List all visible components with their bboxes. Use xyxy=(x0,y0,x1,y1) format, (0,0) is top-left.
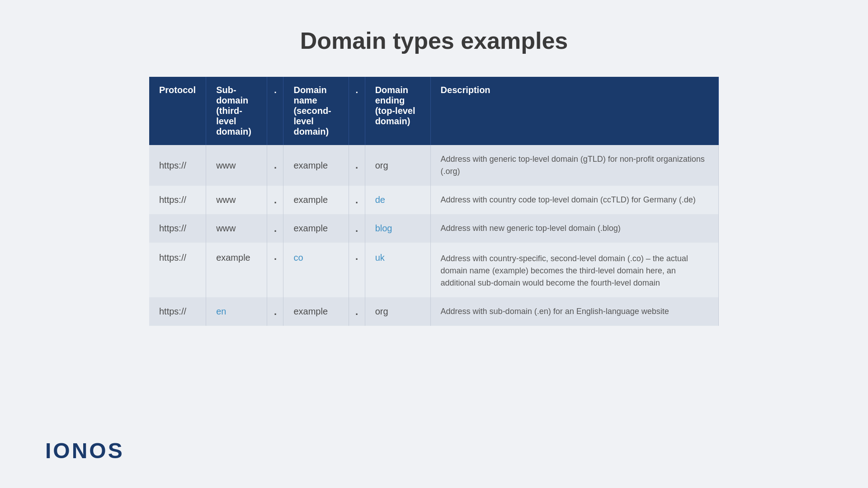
cell-dot2-4: . xyxy=(349,297,365,326)
cell-dot2-1: . xyxy=(349,186,365,214)
header-domainending: Domain ending(top-leveldomain) xyxy=(365,77,430,145)
cell-domainending-0: org xyxy=(365,145,430,186)
header-protocol: Protocol xyxy=(149,77,206,145)
header-dot2: . xyxy=(349,77,365,145)
cell-description-4: Address with sub-domain (.en) for an Eng… xyxy=(430,297,718,326)
cell-description-3: Address with country-specific, second-le… xyxy=(430,243,718,297)
logo-area: IONOS xyxy=(45,438,124,463)
cell-protocol-3: https:// xyxy=(149,243,206,297)
cell-dot2-3: . xyxy=(349,243,365,297)
header-description: Description xyxy=(430,77,718,145)
cell-subdomain-0: www xyxy=(206,145,267,186)
cell-description-2: Address with new generic top-level domai… xyxy=(430,214,718,243)
cell-domainending-1: de xyxy=(365,186,430,214)
cell-domainname-1: example xyxy=(283,186,349,214)
domain-table: Protocol Sub-domain(third-leveldomain) .… xyxy=(149,77,719,326)
logo-text: IONOS xyxy=(45,438,124,463)
cell-domainending-4: org xyxy=(365,297,430,326)
table-wrapper: Protocol Sub-domain(third-leveldomain) .… xyxy=(149,77,719,326)
cell-dot1-3: . xyxy=(267,243,283,297)
header-subdomain: Sub-domain(third-leveldomain) xyxy=(206,77,267,145)
cell-domainending-2: blog xyxy=(365,214,430,243)
cell-protocol-4: https:// xyxy=(149,297,206,326)
cell-dot2-0: . xyxy=(349,145,365,186)
cell-subdomain-1: www xyxy=(206,186,267,214)
cell-dot1-2: . xyxy=(267,214,283,243)
cell-subdomain-3: example xyxy=(206,243,267,297)
header-domainname: Domain name(second-leveldomain) xyxy=(283,77,349,145)
cell-protocol-0: https:// xyxy=(149,145,206,186)
cell-protocol-1: https:// xyxy=(149,186,206,214)
cell-dot2-2: . xyxy=(349,214,365,243)
cell-description-1: Address with country code top-level doma… xyxy=(430,186,718,214)
cell-domainname-2: example xyxy=(283,214,349,243)
cell-domainname-3: co xyxy=(283,243,349,297)
cell-subdomain-2: www xyxy=(206,214,267,243)
cell-description-0: Address with generic top-level domain (g… xyxy=(430,145,718,186)
cell-subdomain-4: en xyxy=(206,297,267,326)
cell-domainname-0: example xyxy=(283,145,349,186)
cell-dot1-0: . xyxy=(267,145,283,186)
page-title: Domain types examples xyxy=(300,27,568,54)
header-dot1: . xyxy=(267,77,283,145)
cell-domainname-4: example xyxy=(283,297,349,326)
cell-protocol-2: https:// xyxy=(149,214,206,243)
cell-dot1-4: . xyxy=(267,297,283,326)
cell-domainending-3: uk xyxy=(365,243,430,297)
cell-dot1-1: . xyxy=(267,186,283,214)
